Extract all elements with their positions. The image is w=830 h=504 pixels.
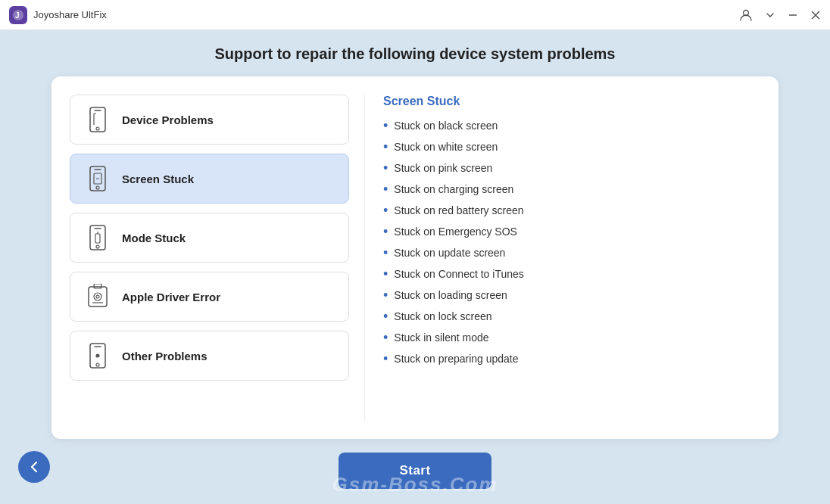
svg-rect-6 xyxy=(90,107,105,132)
screen-stuck-icon xyxy=(84,165,111,192)
list-item: Stuck on Connect to iTunes xyxy=(383,267,760,281)
account-icon[interactable] xyxy=(739,8,753,22)
category-label-apple-driver-error: Apple Driver Error xyxy=(122,291,220,303)
start-button[interactable]: Start xyxy=(339,453,491,489)
category-item-screen-stuck[interactable]: Screen Stuck xyxy=(70,154,349,204)
start-button-wrapper: Start xyxy=(30,453,800,489)
category-label-screen-stuck: Screen Stuck xyxy=(122,173,194,185)
details-list: Stuck on black screen Stuck on white scr… xyxy=(383,119,760,366)
window-controls xyxy=(739,8,821,22)
details-panel: Screen Stuck Stuck on black screen Stuck… xyxy=(365,95,760,421)
svg-rect-16 xyxy=(90,226,105,250)
list-item: Stuck on red battery screen xyxy=(383,204,760,217)
list-item: Stuck on Emergency SOS xyxy=(383,225,760,238)
list-item: Stuck on charging screen xyxy=(383,182,760,196)
titlebar: J Joyoshare UltFix xyxy=(0,0,830,30)
svg-point-28 xyxy=(96,363,99,366)
minimize-icon[interactable] xyxy=(788,10,798,20)
list-item: Stuck on loading screen xyxy=(383,288,760,302)
categories-panel: Device Problems Screen Stuck xyxy=(70,95,365,421)
category-label-other-problems: Other Problems xyxy=(122,350,208,362)
details-title: Screen Stuck xyxy=(383,95,760,108)
svg-point-18 xyxy=(96,245,99,248)
category-item-mode-stuck[interactable]: Mode Stuck xyxy=(70,213,349,263)
svg-point-29 xyxy=(96,354,99,357)
svg-point-13 xyxy=(96,186,99,189)
list-item: Stuck in silent mode xyxy=(383,331,760,344)
category-item-other-problems[interactable]: Other Problems xyxy=(70,331,349,381)
app-title: Joyoshare UltFix xyxy=(33,9,107,20)
list-item: Stuck on lock screen xyxy=(383,310,760,323)
page-title: Support to repair the following device s… xyxy=(215,45,616,63)
list-item: Stuck on preparing update xyxy=(383,352,760,366)
svg-point-24 xyxy=(96,295,99,298)
close-icon[interactable] xyxy=(810,10,821,20)
category-item-apple-driver-error[interactable]: Apple Driver Error xyxy=(70,272,349,322)
driver-error-icon xyxy=(84,283,111,310)
list-item: Stuck on white screen xyxy=(383,140,760,154)
svg-rect-21 xyxy=(89,287,107,306)
main-area: Support to repair the following device s… xyxy=(0,30,830,504)
app-logo: J xyxy=(9,6,27,24)
back-button[interactable] xyxy=(18,451,50,483)
category-label-device-problems: Device Problems xyxy=(122,114,214,126)
content-card: Device Problems Screen Stuck xyxy=(51,76,779,439)
list-item: Stuck on black screen xyxy=(383,119,760,132)
phone-icon xyxy=(84,106,111,133)
list-item: Stuck on update screen xyxy=(383,246,760,260)
list-item: Stuck on pink screen xyxy=(383,161,760,175)
svg-rect-22 xyxy=(94,284,101,288)
other-problems-icon xyxy=(84,342,111,369)
svg-point-8 xyxy=(96,127,99,130)
mode-stuck-icon xyxy=(84,224,111,251)
chevron-down-icon[interactable] xyxy=(765,10,775,20)
svg-text:J: J xyxy=(15,11,20,20)
category-label-mode-stuck: Mode Stuck xyxy=(122,232,186,244)
svg-rect-19 xyxy=(95,234,100,243)
category-item-device-problems[interactable]: Device Problems xyxy=(70,95,349,145)
svg-point-23 xyxy=(94,293,101,300)
